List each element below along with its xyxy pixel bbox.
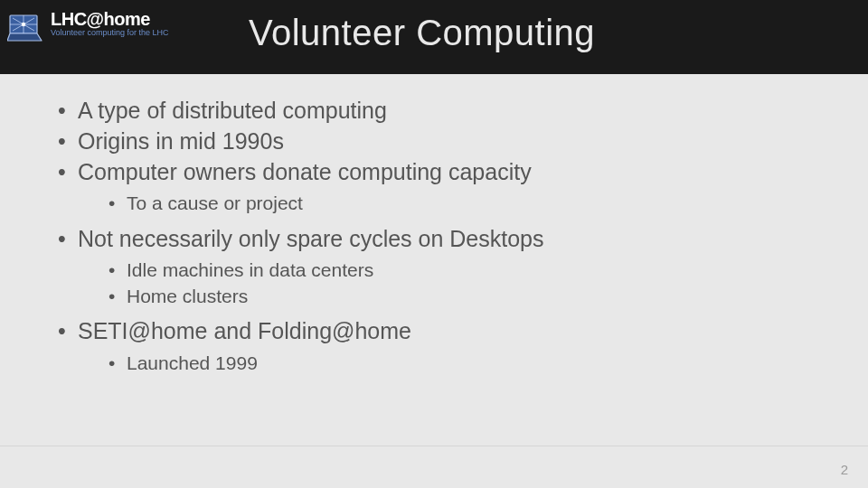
list-item: Origins in mid 1990s <box>54 127 814 157</box>
footer-divider <box>0 446 868 446</box>
logo-text: LHC@home Volunteer computing for the LHC <box>51 9 169 37</box>
logo: LHC@home Volunteer computing for the LHC <box>7 7 169 42</box>
list-item: A type of distributed computing <box>54 96 814 127</box>
slide-content: A type of distributed computing Origins … <box>0 74 868 376</box>
bullet-list: A type of distributed computing Origins … <box>54 96 814 376</box>
slide-header: LHC@home Volunteer computing for the LHC… <box>0 0 868 74</box>
svg-point-5 <box>22 23 25 26</box>
list-item: Launched 1999 <box>105 351 814 376</box>
list-item: To a cause or project <box>105 191 814 216</box>
bullet-text: Origins in mid 1990s <box>78 128 284 154</box>
bullet-text: Launched 1999 <box>127 352 258 373</box>
slide-title: Volunteer Computing <box>249 13 595 53</box>
lhc-logo-icon <box>7 11 43 42</box>
bullet-text: A type of distributed computing <box>78 98 387 123</box>
bullet-text: Not necessarily only spare cycles on Des… <box>78 226 544 251</box>
bullet-text: Home clusters <box>127 286 248 306</box>
page-number: 2 <box>841 462 848 477</box>
sub-list: Idle machines in data centers Home clust… <box>105 258 814 309</box>
list-item: Idle machines in data centers <box>105 258 814 283</box>
list-item: SETI@home and Folding@home Launched 1999 <box>54 316 814 376</box>
bullet-text: To a cause or project <box>127 192 303 213</box>
sub-list: Launched 1999 <box>105 351 814 376</box>
bullet-text: SETI@home and Folding@home <box>78 318 411 343</box>
list-item: Computer owners donate computing capacit… <box>54 157 814 217</box>
logo-sub-text: Volunteer computing for the LHC <box>51 28 169 37</box>
bullet-text: Idle machines in data centers <box>127 259 373 280</box>
bullet-text: Computer owners donate computing capacit… <box>78 159 532 184</box>
logo-main-text: LHC@home <box>51 9 169 30</box>
list-item: Not necessarily only spare cycles on Des… <box>54 224 814 309</box>
sub-list: To a cause or project <box>105 191 814 216</box>
list-item: Home clusters <box>105 284 814 309</box>
